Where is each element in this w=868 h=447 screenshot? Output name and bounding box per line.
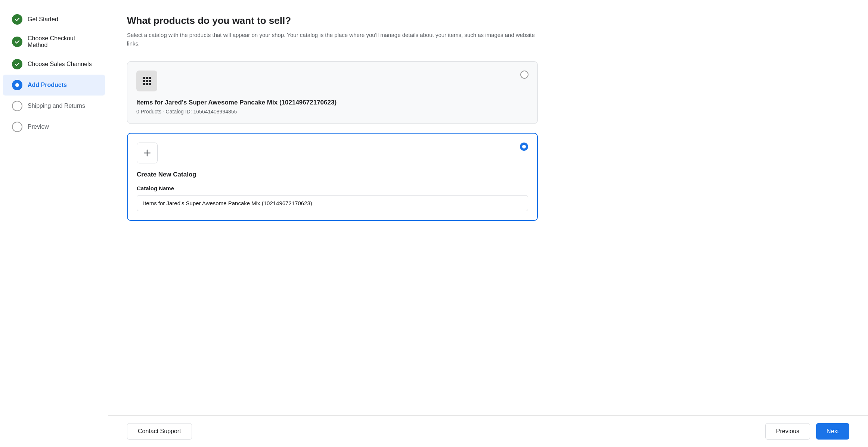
sidebar-item-label-add-products: Add Products bbox=[28, 82, 67, 88]
step-icon-get-started bbox=[12, 14, 22, 25]
new-catalog-card[interactable]: Create New Catalog Catalog Name bbox=[127, 133, 538, 221]
page-subtitle: Select a catalog with the products that … bbox=[127, 31, 538, 48]
sidebar: Get Started Choose Checkout Method Choos… bbox=[0, 0, 108, 447]
grid-dot-8 bbox=[146, 83, 148, 85]
contact-support-button[interactable]: Contact Support bbox=[127, 423, 192, 440]
page-title: What products do you want to sell? bbox=[127, 15, 538, 26]
sidebar-item-shipping-and-returns[interactable]: Shipping and Returns bbox=[3, 96, 105, 116]
step-icon-shipping-and-returns bbox=[12, 101, 22, 111]
sidebar-item-label-shipping-and-returns: Shipping and Returns bbox=[28, 103, 85, 109]
catalog-name-label: Catalog Name bbox=[137, 185, 528, 191]
sidebar-item-label-choose-sales-channels: Choose Sales Channels bbox=[28, 61, 92, 68]
sidebar-item-label-get-started: Get Started bbox=[28, 16, 58, 23]
existing-catalog-title: Items for Jared's Super Awesome Pancake … bbox=[136, 99, 528, 106]
step-icon-choose-sales-channels bbox=[12, 59, 22, 69]
footer: Contact Support Previous Next bbox=[108, 415, 868, 447]
plus-icon bbox=[142, 148, 152, 158]
main-content: What products do you want to sell? Selec… bbox=[108, 0, 868, 447]
catalog-name-input[interactable] bbox=[137, 195, 528, 211]
grid-dot-9 bbox=[149, 83, 151, 85]
sidebar-item-add-products[interactable]: Add Products bbox=[3, 75, 105, 96]
sidebar-item-choose-sales-channels[interactable]: Choose Sales Channels bbox=[3, 54, 105, 75]
grid-dot-3 bbox=[149, 77, 151, 79]
existing-catalog-card[interactable]: Items for Jared's Super Awesome Pancake … bbox=[127, 61, 538, 124]
step-icon-choose-checkout-method bbox=[12, 37, 22, 47]
step-icon-add-products bbox=[12, 80, 22, 90]
grid-dot-2 bbox=[146, 77, 148, 79]
grid-dot-7 bbox=[143, 83, 145, 85]
new-catalog-radio[interactable] bbox=[520, 143, 528, 151]
existing-catalog-icon-box bbox=[136, 71, 157, 91]
content-area: What products do you want to sell? Selec… bbox=[108, 0, 557, 415]
sidebar-item-get-started[interactable]: Get Started bbox=[3, 9, 105, 30]
grid-dot-5 bbox=[146, 80, 148, 82]
sidebar-item-choose-checkout-method[interactable]: Choose Checkout Method bbox=[3, 30, 105, 54]
next-button[interactable]: Next bbox=[816, 423, 849, 440]
svg-point-0 bbox=[15, 83, 19, 87]
footer-nav-buttons: Previous Next bbox=[765, 423, 849, 440]
sidebar-item-label-choose-checkout-method: Choose Checkout Method bbox=[28, 35, 96, 49]
sidebar-item-label-preview: Preview bbox=[28, 124, 49, 130]
grid-dot-1 bbox=[143, 77, 145, 79]
new-catalog-title: Create New Catalog bbox=[137, 171, 528, 178]
step-icon-preview bbox=[12, 122, 22, 132]
grid-dot-4 bbox=[143, 80, 145, 82]
grid-icon bbox=[143, 77, 151, 85]
footer-divider bbox=[127, 233, 538, 233]
existing-catalog-radio[interactable] bbox=[520, 71, 528, 79]
previous-button[interactable]: Previous bbox=[765, 423, 810, 440]
sidebar-item-preview[interactable]: Preview bbox=[3, 116, 105, 137]
grid-dot-6 bbox=[149, 80, 151, 82]
new-catalog-icon-box bbox=[137, 143, 158, 163]
existing-catalog-subtitle: 0 Products · Catalog ID: 165641408994855 bbox=[136, 109, 528, 115]
